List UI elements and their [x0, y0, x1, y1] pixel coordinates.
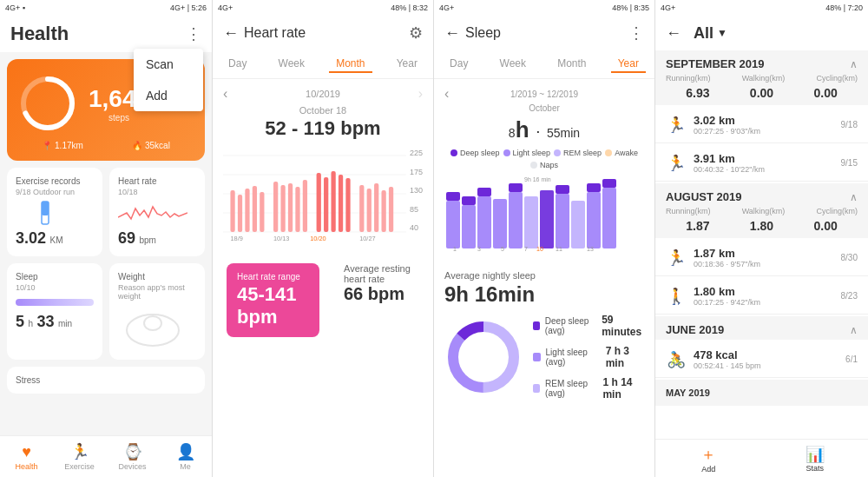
y-label-40: 40 [410, 223, 423, 232]
activity-meta-1: 00:40:32 · 10'22"/km [694, 165, 834, 174]
aug-col-1: Walking(km) [742, 207, 786, 215]
prev-btn-sleep[interactable]: ‹ [444, 86, 449, 102]
tab-month-hr[interactable]: Month [329, 56, 372, 73]
svg-rect-27 [367, 189, 372, 232]
svg-rect-50 [587, 183, 601, 192]
status-bar-4: 4G+ 48% | 7:20 [655, 0, 868, 16]
hr-range-label: Heart rate range [237, 272, 309, 282]
weight-card[interactable]: Weight Reason app's most weight [109, 263, 205, 360]
light-label: Light sleep [513, 149, 551, 157]
svg-rect-37 [462, 205, 476, 248]
weight-subtitle: Reason app's most weight [118, 283, 196, 301]
tab-month-sleep[interactable]: Month [550, 56, 593, 73]
prev-btn-hr[interactable]: ‹ [223, 86, 227, 102]
tab-year-sleep[interactable]: Year [611, 56, 646, 73]
stats-button[interactable]: 📊 Stats [762, 440, 869, 477]
avg-sleep-section: Average nightly sleep 9h 16min Deep slee… [434, 263, 654, 407]
naps-dot [530, 162, 537, 169]
hero-stats: 📍 1.17km 🔥 35kcal [17, 141, 194, 150]
nav-devices-label: Devices [118, 462, 146, 471]
heart-rate-chart [118, 200, 187, 226]
back-button-all[interactable]: ← [666, 24, 681, 43]
light-sleep-color [533, 353, 541, 361]
heart-rate-header: ← Heart rate ⚙ [213, 16, 433, 50]
plus-icon: ＋ [700, 444, 716, 465]
legend-deep-sleep: Deep sleep (avg) 59 minutes [533, 314, 644, 338]
dropdown-arrow-icon[interactable]: ▼ [717, 27, 727, 39]
svg-text:9h 16 min: 9h 16 min [524, 176, 551, 182]
nav-exercise[interactable]: 🏃 Exercise [53, 436, 106, 477]
activity-meta-0: 00:27:25 · 9'03"/km [694, 127, 834, 136]
sept-col-1: Walking(km) [742, 74, 786, 83]
june-info-0: 478 kcal 00:52:41 · 145 bpm [694, 348, 838, 370]
tab-day-sleep[interactable]: Day [443, 56, 475, 73]
aug-col-2: Cycling(km) [816, 207, 858, 215]
aug-meta-1: 00:17:25 · 9'42"/km [694, 298, 834, 307]
sleep-header: ← Sleep ⋮ [434, 16, 654, 50]
sleep-subtitle: 10/10 [16, 283, 94, 292]
june-activity-0[interactable]: 🚴 478 kcal 00:52:41 · 145 bpm 6/1 [655, 341, 868, 378]
bottom-add-stats-bar: ＋ Add 📊 Stats [655, 439, 868, 477]
hr-tabs: Day Week Month Year [213, 50, 433, 79]
nav-health[interactable]: ♥ Health [0, 436, 53, 477]
aug-activity-0[interactable]: 🏃 1.87 km 00:18:36 · 9'57"/km 8/30 [655, 240, 868, 276]
sleep-bar-chart: 10 1 3 5 7 11 13 9h 16 min [444, 175, 644, 253]
svg-rect-39 [477, 196, 491, 248]
aug-date-0: 8/30 [841, 253, 858, 262]
next-btn-hr[interactable]: › [418, 86, 423, 102]
sept-collapse-icon[interactable]: ∧ [850, 58, 858, 70]
svg-rect-35 [446, 201, 460, 248]
add-button[interactable]: ＋ Add [655, 440, 762, 477]
aug-km-0: 1.87 km [694, 247, 834, 260]
sept-cols: Running(km) Walking(km) Cycling(km) [655, 74, 868, 86]
may-section-label: MAY 2019 [666, 388, 710, 398]
tab-week-hr[interactable]: Week [272, 56, 312, 73]
back-button-sleep[interactable]: ← [444, 24, 460, 43]
sept-activity-0[interactable]: 🏃 3.02 km 00:27:25 · 9'03"/km 9/18 [655, 107, 868, 143]
add-option[interactable]: Add [134, 80, 203, 111]
aug-km-1: 1.80 km [694, 285, 834, 298]
sleep-donut: Deep sleep (avg) 59 minutes Light sleep … [444, 314, 644, 401]
settings-icon-hr[interactable]: ⚙ [409, 23, 423, 43]
hr-range-card: Heart rate range 45-141 bpm [227, 263, 319, 337]
june-collapse-icon[interactable]: ∧ [850, 324, 858, 336]
svg-text:3: 3 [477, 246, 481, 252]
sleep-month: October [444, 103, 644, 113]
aug-activity-1[interactable]: 🚶 1.80 km 00:17:25 · 9'42"/km 8/23 [655, 278, 868, 315]
legend-light-sleep: Light sleep (avg) 7 h 3 min [533, 345, 644, 369]
donut-chart [444, 318, 523, 396]
activities-panel: 4G+ 48% | 7:20 ← All ▼ SEPTEMBER 2019 ∧ … [655, 0, 868, 477]
sept-activity-1[interactable]: 🏃 3.91 km 00:40:32 · 10'22"/km 9/15 [655, 145, 868, 182]
exercise-card[interactable]: Exercise records 9/18 Outdoor run 3.02 K… [7, 168, 102, 256]
svg-rect-17 [280, 185, 285, 232]
distance-icon: 📍 [42, 141, 52, 150]
donut-legend: Deep sleep (avg) 59 minutes Light sleep … [533, 314, 644, 401]
more-options-sleep[interactable]: ⋮ [628, 23, 644, 43]
y-label-130: 130 [410, 186, 423, 195]
activity-km-1: 3.91 km [694, 152, 834, 165]
time-2: 48% | 8:32 [391, 3, 428, 12]
awake-label: Awake [615, 149, 638, 157]
heart-rate-card[interactable]: Heart rate 10/18 69 bpm [109, 168, 205, 256]
stress-card[interactable]: Stress [7, 367, 205, 394]
exercise-value: 3.02 KM [16, 229, 94, 248]
more-options-button[interactable]: ⋮ [186, 24, 201, 43]
scan-option[interactable]: Scan [134, 49, 203, 80]
svg-rect-49 [587, 192, 601, 248]
tab-day-hr[interactable]: Day [221, 56, 253, 73]
nav-me[interactable]: 👤 Me [159, 436, 212, 477]
signal-3: 4G+ [439, 3, 454, 12]
aug-cols: Running(km) Walking(km) Cycling(km) [655, 207, 868, 219]
tab-year-hr[interactable]: Year [390, 56, 424, 73]
steps-ring [17, 70, 78, 137]
sleep-card[interactable]: Sleep 10/10 5 h 33 min [7, 263, 102, 360]
sleep-bar [16, 299, 94, 306]
aug-collapse-icon[interactable]: ∧ [850, 191, 858, 203]
back-button-hr[interactable]: ← [223, 24, 239, 43]
aug-walk-total: 1.80 [750, 219, 773, 233]
tab-week-sleep[interactable]: Week [493, 56, 533, 73]
distance-value: 1.17km [55, 141, 83, 150]
nav-devices[interactable]: ⌚ Devices [106, 436, 159, 477]
sleep-title: Sleep [16, 272, 94, 282]
calories-stat: 🔥 35kcal [132, 141, 170, 150]
